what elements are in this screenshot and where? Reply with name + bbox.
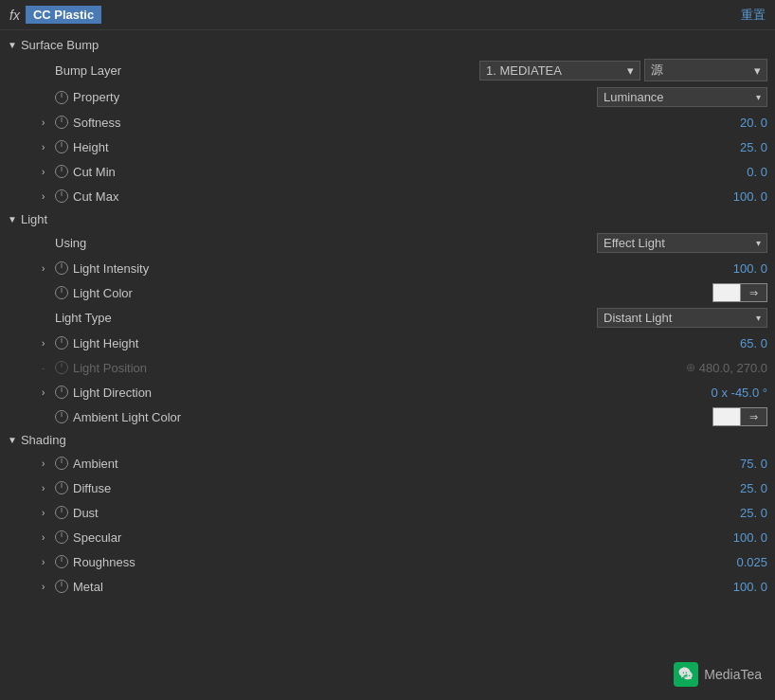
value-height: 25. 0 (740, 140, 767, 154)
expand-using (42, 238, 51, 248)
clock-icon-dust[interactable] (55, 506, 68, 519)
label-property: Property (73, 90, 597, 104)
wechat-icon (674, 662, 698, 687)
expand-specular[interactable]: › (42, 532, 51, 543)
watermark-text: MediaTea (704, 667, 762, 682)
color-swatch-light[interactable] (712, 283, 741, 302)
plugin-name: CC Plastic (26, 6, 101, 24)
clock-icon-diffuse[interactable] (55, 481, 68, 494)
clock-icon-light-intensity[interactable] (55, 261, 68, 275)
expand-roughness[interactable]: › (42, 557, 51, 567)
chevron-down-icon: ▾ (627, 63, 634, 78)
row-metal: › Metal 100. 0 (0, 574, 775, 599)
clock-icon-softness[interactable] (55, 116, 68, 129)
color-swatch-group-light: ⇒ (712, 283, 767, 302)
label-diffuse: Diffuse (73, 481, 740, 495)
expand-light-height[interactable]: › (42, 338, 51, 349)
value-specular: 100. 0 (733, 530, 767, 545)
value-softness: 20. 0 (740, 116, 767, 130)
value-light-height: 65. 0 (740, 336, 767, 350)
color-arrow-btn-light[interactable]: ⇒ (741, 283, 767, 302)
dropdown-property-value: Luminance (604, 90, 664, 104)
expand-diffuse[interactable]: › (42, 483, 51, 494)
row-property: Property Luminance ▾ (0, 84, 775, 110)
clock-icon-ambient-light-color[interactable] (55, 410, 68, 423)
expand-cut-min[interactable]: › (42, 167, 51, 177)
label-softness: Softness (73, 116, 740, 130)
label-bump-layer: Bump Layer (55, 63, 479, 78)
expand-property (42, 92, 51, 102)
clock-icon-light-height[interactable] (55, 336, 68, 350)
expand-height[interactable]: › (42, 142, 51, 153)
clock-icon-cut-min[interactable] (55, 165, 68, 178)
row-bump-layer: › Bump Layer 1. MEDIATEA ▾ 源 ▾ (0, 56, 775, 84)
label-light-direction: Light Direction (73, 386, 712, 400)
expand-cut-max[interactable]: › (42, 191, 51, 202)
color-arrow-btn-ambient[interactable]: ⇒ (741, 407, 767, 426)
clock-icon-metal[interactable] (55, 580, 68, 593)
clock-icon-light-position[interactable] (55, 361, 68, 374)
expand-light-type (42, 313, 51, 323)
value-cut-min: 0. 0 (747, 165, 767, 179)
section-triangle-light: ▼ (8, 214, 17, 224)
dropdown-bump-layer-value: 1. MEDIATEA (486, 63, 562, 78)
dropdown-source-value: 源 (651, 62, 663, 79)
dropdown-pair-bump-layer: 1. MEDIATEA ▾ 源 ▾ (479, 59, 767, 81)
label-using: Using (55, 236, 597, 250)
dropdown-property[interactable]: Luminance ▾ (597, 87, 767, 107)
dropdown-bump-layer-source[interactable]: 源 ▾ (644, 59, 767, 81)
row-ambient-light-color: Ambient Light Color ⇒ (0, 404, 775, 429)
dropdown-using[interactable]: Effect Light ▾ (597, 233, 767, 253)
expand-light-direction[interactable]: › (42, 387, 51, 398)
expand-light-color (42, 288, 51, 298)
label-light-intensity: Light Intensity (73, 261, 733, 276)
value-light-direction: 0 x -45.0 ° (712, 386, 767, 400)
label-height: Height (73, 140, 740, 154)
clock-icon-light-direction[interactable] (55, 386, 68, 399)
chevron-down-icon-property: ▾ (756, 92, 761, 102)
reset-button[interactable]: 重置 (741, 7, 766, 24)
expand-light-position: - (42, 363, 51, 373)
value-cut-max: 100. 0 (733, 189, 767, 204)
clock-icon-specular[interactable] (55, 530, 68, 544)
section-label-light: Light (21, 212, 47, 226)
row-using: Using Effect Light ▾ (0, 230, 775, 256)
expand-metal[interactable]: › (42, 582, 51, 592)
clock-icon-property[interactable] (55, 91, 68, 104)
section-surface-bump[interactable]: ▼ Surface Bump (0, 34, 775, 56)
section-shading[interactable]: ▼ Shading (0, 429, 775, 451)
clock-icon-light-color[interactable] (55, 286, 68, 299)
row-light-position: - Light Position ⊕ 480.0, 270.0 (0, 355, 775, 380)
label-specular: Specular (73, 530, 733, 545)
row-light-color: Light Color ⇒ (0, 280, 775, 305)
chevron-down-icon-source: ▾ (754, 63, 761, 78)
header: fx CC Plastic 重置 (0, 0, 775, 30)
dropdown-bump-layer-main[interactable]: 1. MEDIATEA ▾ (479, 61, 640, 81)
expand-softness[interactable]: › (42, 117, 51, 128)
target-icon-light-position: ⊕ (686, 361, 695, 374)
row-light-height: › Light Height 65. 0 (0, 331, 775, 355)
section-light[interactable]: ▼ Light (0, 208, 775, 230)
dropdown-using-value: Effect Light (604, 236, 665, 250)
expand-ambient[interactable]: › (42, 458, 51, 469)
clock-icon-cut-max[interactable] (55, 189, 68, 203)
expand-light-intensity[interactable]: › (42, 263, 51, 274)
value-light-intensity: 100. 0 (733, 261, 767, 276)
row-cut-min: › Cut Min 0. 0 (0, 159, 775, 184)
row-specular: › Specular 100. 0 (0, 525, 775, 549)
chevron-down-icon-light-type: ▾ (756, 313, 761, 323)
label-light-color: Light Color (73, 286, 712, 300)
color-swatch-ambient[interactable] (712, 407, 741, 426)
expand-dust[interactable]: › (42, 508, 51, 518)
value-ambient: 75. 0 (740, 457, 767, 471)
clock-icon-roughness[interactable] (55, 555, 68, 568)
label-ambient: Ambient (73, 457, 740, 471)
row-light-intensity: › Light Intensity 100. 0 (0, 256, 775, 280)
label-dust: Dust (73, 506, 740, 520)
clock-icon-ambient[interactable] (55, 457, 68, 470)
dropdown-light-type[interactable]: Distant Light ▾ (597, 308, 767, 328)
clock-icon-height[interactable] (55, 140, 68, 153)
value-light-position: 480.0, 270.0 (699, 361, 767, 375)
label-light-height: Light Height (73, 336, 740, 350)
label-light-position: Light Position (73, 361, 686, 375)
